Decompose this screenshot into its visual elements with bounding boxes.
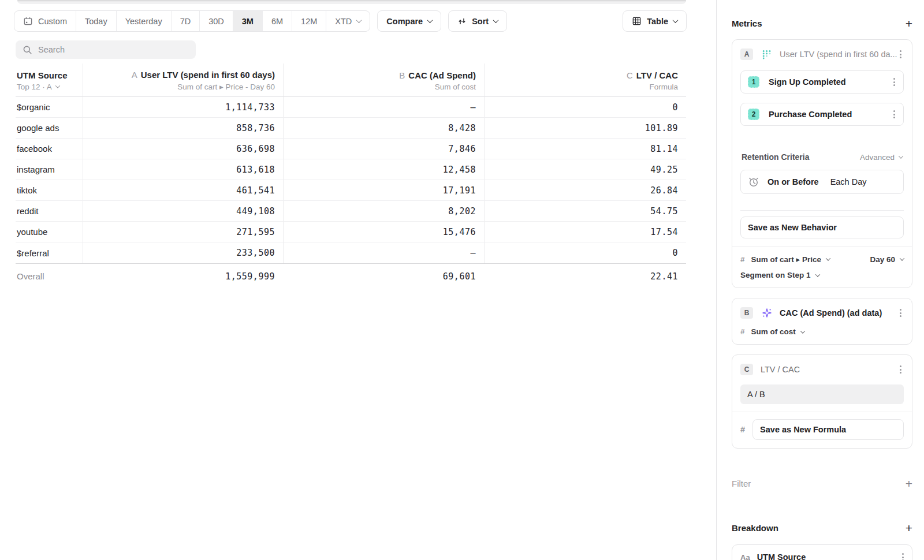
overall-value-a: 1,559,999 xyxy=(83,264,283,289)
metric-b-header[interactable]: B CAC (Ad Spend) (ad data) xyxy=(740,305,904,320)
add-filter-button[interactable]: + xyxy=(906,477,912,490)
row-value-c: 101.89 xyxy=(484,118,686,138)
header-metric-c: CLTV / CAC Formula xyxy=(484,64,686,96)
table-row[interactable]: $referral 233,500 – 0 xyxy=(16,242,686,263)
sum-of-cost-dropdown[interactable]: Sum of cost xyxy=(751,327,804,336)
step-1-kebab-menu[interactable] xyxy=(891,76,897,88)
step-number-badge: 1 xyxy=(748,76,759,88)
column-subtitle: Sum of cart ▸ Price - Day 60 xyxy=(177,82,275,91)
timing-secondary: Each Day xyxy=(830,177,867,186)
step-2-kebab-menu[interactable] xyxy=(891,108,897,121)
row-value-a: 613,618 xyxy=(83,159,283,180)
metric-c-header[interactable]: C LTV / CAC xyxy=(740,362,904,377)
series-badge-a: A xyxy=(740,48,753,60)
column-subtitle: Formula xyxy=(649,83,678,91)
metric-b-measure-row: # Sum of cost xyxy=(740,327,904,336)
row-source: facebook xyxy=(16,139,83,159)
compare-button[interactable]: Compare xyxy=(377,10,441,32)
metric-c-kebab-menu[interactable] xyxy=(897,363,904,376)
row-source: $referral xyxy=(16,242,83,263)
row-value-b: – xyxy=(283,242,484,263)
retention-timing-selector[interactable]: On or Before Each Day xyxy=(740,170,904,194)
retention-criteria-row: Retention Criteria Advanced xyxy=(740,152,904,162)
step-2-purchase-completed[interactable]: 2 Purchase Completed xyxy=(740,103,904,126)
row-value-a: 449,108 xyxy=(83,201,283,221)
date-range-today[interactable]: Today xyxy=(76,11,116,31)
table-row[interactable]: google ads 858,736 8,428 101.89 xyxy=(16,118,686,139)
table-row[interactable]: reddit 449,108 8,202 54.75 xyxy=(16,201,686,222)
divider xyxy=(740,210,904,211)
series-letter: A xyxy=(132,70,137,80)
metrics-section-header: Metrics + xyxy=(732,17,912,29)
chevron-down-icon xyxy=(427,17,433,23)
row-source: youtube xyxy=(16,222,83,242)
chevron-down-icon xyxy=(55,83,60,88)
row-value-c: 17.54 xyxy=(484,222,686,242)
row-value-c: 0 xyxy=(484,242,686,263)
chevron-down-icon xyxy=(900,256,904,260)
results-table: UTM Source Top 12 · A AUser LTV (spend i… xyxy=(16,64,686,289)
metric-a-header[interactable]: A User LTV (spend in first 60 da... xyxy=(740,47,904,62)
table-row[interactable]: youtube 271,595 15,476 17.54 xyxy=(16,222,686,242)
day-window-dropdown[interactable]: Day 60 xyxy=(870,255,904,264)
save-as-new-behavior-button[interactable]: Save as New Behavior xyxy=(740,216,904,238)
row-value-c: 26.84 xyxy=(484,180,686,200)
table-row[interactable]: instagram 613,618 12,458 49.25 xyxy=(16,159,686,180)
row-value-b: 8,202 xyxy=(283,201,484,221)
metric-c-footer: # Save as New Formula xyxy=(732,412,912,440)
date-range-30d[interactable]: 30D xyxy=(199,11,233,31)
formula-input[interactable]: A / B xyxy=(740,384,904,404)
breakdown-item-utm-source[interactable]: Aa UTM Source xyxy=(732,544,912,560)
metric-b-title: CAC (Ad Spend) (ad data) xyxy=(780,308,897,318)
overall-value-b: 69,601 xyxy=(283,264,484,289)
chevron-down-icon xyxy=(356,17,362,23)
advanced-dropdown[interactable]: Advanced xyxy=(860,153,903,162)
metric-card-c: C LTV / CAC A / B # Save as New Formula xyxy=(732,354,912,449)
app-root: Custom Today Yesterday 7D 30D 3M 6M 12M … xyxy=(0,0,924,560)
breakdown-title: Breakdown xyxy=(732,523,778,533)
date-range-label: Custom xyxy=(38,17,67,26)
arrows-up-down-icon xyxy=(457,17,467,26)
numeric-property-icon: # xyxy=(740,255,745,264)
column-title: LTV / CAC xyxy=(636,70,678,80)
segment-row[interactable]: Segment on Step 1 xyxy=(740,271,904,279)
metric-card-a: A User LTV (spend in first 60 da... 1 Si… xyxy=(732,39,912,288)
add-metric-button[interactable]: + xyxy=(906,17,912,29)
column-subtitle: Sum of cost xyxy=(435,83,476,91)
step-label: Purchase Completed xyxy=(769,110,891,119)
measure-dropdown[interactable]: Sum of cart ▸ Price xyxy=(751,255,830,264)
view-type-table-button[interactable]: Table xyxy=(623,10,687,32)
search-bar[interactable] xyxy=(16,40,196,59)
toolbar: Custom Today Yesterday 7D 30D 3M 6M 12M … xyxy=(14,10,687,32)
date-range-12m[interactable]: 12M xyxy=(292,11,326,31)
metrics-title: Metrics xyxy=(732,18,762,28)
table-row[interactable]: $organic 1,114,733 – 0 xyxy=(16,97,686,118)
row-value-b: 8,428 xyxy=(283,118,484,138)
date-range-7d[interactable]: 7D xyxy=(171,11,200,31)
metric-a-kebab-menu[interactable] xyxy=(897,48,904,61)
save-as-new-formula-button[interactable]: Save as New Formula xyxy=(752,419,904,440)
date-range-yesterday[interactable]: Yesterday xyxy=(116,11,171,31)
row-source: google ads xyxy=(16,118,83,138)
overall-label: Overall xyxy=(16,264,83,289)
series-letter: C xyxy=(627,70,633,80)
timing-primary: On or Before xyxy=(767,177,819,186)
top-n-dropdown[interactable]: Top 12 · A xyxy=(17,83,59,91)
table-body: $organic 1,114,733 – 0 google ads 858,73… xyxy=(16,97,686,263)
numeric-property-icon: # xyxy=(740,425,745,434)
sort-button[interactable]: Sort xyxy=(448,10,507,32)
date-range-3m-selected[interactable]: 3M xyxy=(233,11,262,31)
metric-b-kebab-menu[interactable] xyxy=(897,307,904,319)
step-1-sign-up-completed[interactable]: 1 Sign Up Completed xyxy=(740,70,904,94)
breakdown-kebab-menu[interactable] xyxy=(900,551,906,560)
series-badge-b: B xyxy=(740,307,753,319)
date-range-custom[interactable]: Custom xyxy=(14,11,76,31)
date-range-xtd[interactable]: XTD xyxy=(326,11,370,31)
add-breakdown-button[interactable]: + xyxy=(906,522,912,534)
row-source: tiktok xyxy=(16,180,83,200)
date-range-6m[interactable]: 6M xyxy=(262,11,292,31)
table-row[interactable]: tiktok 461,541 17,191 26.84 xyxy=(16,180,686,201)
row-value-c: 49.25 xyxy=(484,159,686,180)
search-input[interactable] xyxy=(38,45,189,54)
table-row[interactable]: facebook 636,698 7,846 81.14 xyxy=(16,139,686,159)
